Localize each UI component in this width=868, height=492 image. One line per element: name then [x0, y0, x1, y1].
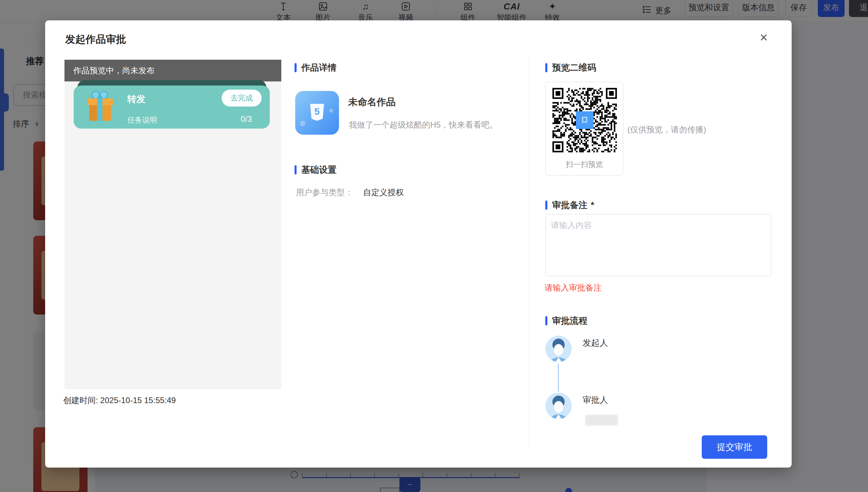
- approver-name-blurred: [585, 415, 618, 425]
- work-preview-panel: 作品预览中，尚未发布 转发 去完成 任务说明 0/3: [64, 60, 281, 389]
- work-description: 我做了一个超级炫酷的H5，快来看看吧。: [349, 119, 498, 130]
- initiator-label: 发起人: [583, 337, 608, 348]
- editor-screen: 文本 图片 ♫ 音乐 视频 组件 CAI 智能组件: [0, 0, 868, 492]
- initiator-avatar: [545, 336, 572, 362]
- qr-caption: 扫一扫预览: [546, 159, 623, 170]
- close-icon[interactable]: ×: [760, 31, 768, 44]
- qr-code-box: 扫一扫预览: [545, 82, 623, 175]
- section-approval-flow: 审批流程: [545, 315, 587, 327]
- remark-error-text: 请输入审批备注: [545, 282, 602, 293]
- required-asterisk: *: [591, 200, 594, 210]
- section-basic-settings: 基础设置: [295, 164, 337, 176]
- work-title: 未命名作品: [348, 96, 396, 109]
- section-approval-remark: 审批备注 *: [545, 199, 594, 211]
- approver-label: 审批人: [583, 394, 608, 405]
- approver-avatar: [545, 393, 572, 419]
- section-preview-qr: 预览二维码: [545, 62, 596, 74]
- qr-code-image: [552, 88, 617, 152]
- approval-modal: 发起作品审批 × 作品预览中，尚未发布 转发 去完成 任务说明 0/3: [45, 20, 792, 468]
- remark-textarea[interactable]: [545, 214, 771, 276]
- preview-status-bar: 作品预览中，尚未发布: [64, 60, 281, 81]
- participation-label: 用户参与类型：: [296, 187, 353, 198]
- gift-icon: [84, 88, 116, 123]
- created-time: 创建时间: 2025-10-15 15:55:49: [63, 395, 176, 406]
- qr-note: (仅供预览，请勿传播): [627, 124, 706, 135]
- section-work-details: 作品详情: [295, 62, 337, 74]
- task-counter: 0/3: [241, 114, 252, 124]
- forward-task-card: 转发 去完成 任务说明 0/3: [74, 86, 270, 129]
- task-action-button[interactable]: 去完成: [222, 90, 262, 107]
- participation-value: 自定义授权: [363, 187, 404, 198]
- modal-title: 发起作品审批: [65, 33, 126, 46]
- column-divider: [529, 60, 529, 447]
- submit-approval-button[interactable]: 提交审批: [702, 435, 767, 459]
- participation-type-row: 用户参与类型： 自定义授权: [296, 187, 404, 198]
- svg-text:5: 5: [314, 106, 320, 117]
- html5-icon: 5: [295, 91, 339, 135]
- flow-connector: [558, 364, 559, 392]
- task-subtitle: 任务说明: [127, 115, 157, 125]
- work-cover-icon: 5: [295, 91, 339, 135]
- task-title: 转发: [127, 93, 146, 105]
